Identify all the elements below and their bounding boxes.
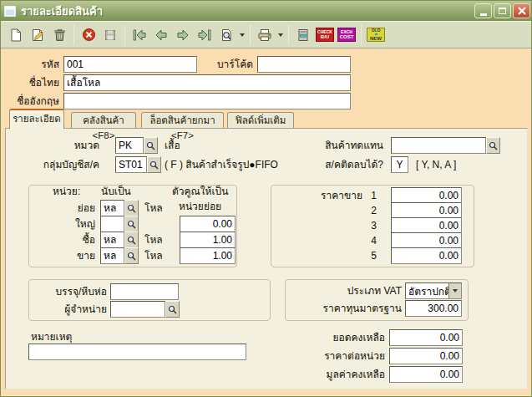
negative-stock-hint: [ Y, N, A ] — [416, 156, 456, 173]
minimize-button[interactable] — [474, 3, 492, 18]
maximize-button[interactable] — [494, 3, 511, 18]
substitute-lookup-button[interactable] — [486, 137, 500, 154]
thai-name-input[interactable]: เสื้อโหล — [63, 74, 351, 91]
category-lookup-button[interactable] — [144, 137, 158, 154]
sell-price-no-1: 1 — [365, 187, 377, 204]
note-input[interactable] — [28, 344, 246, 360]
preview-dropdown-button[interactable] — [237, 24, 246, 46]
units-col-count: นับเป็น — [101, 185, 131, 198]
units-col-multiplier-2: หน่วยย่อย — [179, 200, 221, 213]
stock-value-input[interactable]: 0.00 — [389, 366, 463, 383]
unit-buy-lookup-button[interactable] — [124, 232, 139, 248]
window-icon — [4, 6, 16, 17]
last-record-button[interactable] — [194, 24, 215, 46]
negative-stock-input[interactable]: Y — [391, 156, 408, 173]
account-group-input[interactable]: ST01 — [115, 156, 147, 173]
chevron-down-icon — [240, 33, 245, 37]
close-button[interactable] — [513, 3, 530, 18]
titlebar: รายละเอียดสินค้า — [1, 1, 532, 21]
edit-button[interactable] — [27, 24, 48, 46]
sell-price-label: ราคาขาย — [276, 187, 362, 204]
chevron-down-icon — [278, 33, 283, 37]
sell-price-5-input[interactable]: 0.00 — [391, 247, 462, 264]
sell-price-3-input[interactable]: 0.00 — [391, 217, 462, 234]
save-icon — [104, 28, 117, 42]
exch-cost-button[interactable]: EXCH COST — [336, 24, 357, 46]
supplier-lookup-button[interactable] — [165, 301, 180, 318]
balance-input[interactable]: 0.00 — [389, 329, 463, 346]
check-bu-button[interactable]: CHECK B/U — [314, 24, 336, 46]
new-button[interactable] — [5, 24, 27, 46]
delete-button[interactable] — [48, 24, 70, 46]
vat-type-combobox[interactable]: อัตราปกติ — [405, 282, 462, 299]
tab-lot-brought-forward[interactable]: ล็อตสินค้ายกมา <F7> — [141, 112, 224, 128]
stock-value-label: มูลค่าคงเหลือ — [285, 366, 385, 383]
substitute-input[interactable] — [391, 137, 486, 154]
register-button[interactable] — [292, 24, 314, 46]
last-record-icon — [197, 28, 212, 42]
product-detail-window: รายละเอียดสินค้า — [0, 0, 532, 397]
preview-button[interactable] — [215, 24, 237, 46]
unit-sell-label: ขาย — [49, 247, 95, 264]
unit-big-lookup-button[interactable] — [124, 216, 139, 232]
sell-price-4-input[interactable]: 0.00 — [391, 232, 462, 249]
magnifier-icon — [168, 305, 177, 314]
tab-extra-fields[interactable]: ฟิลด์เพิ่มเติม — [227, 112, 294, 128]
thai-name-label: ชื่อไทย — [8, 74, 59, 91]
sell-price-1-input[interactable]: 0.00 — [391, 187, 462, 204]
substitute-label: สินค้าทดแทน — [285, 137, 383, 154]
standard-cost-input[interactable]: 300.00 — [405, 300, 462, 317]
unit-sub-input[interactable]: หล — [100, 200, 124, 216]
note-label: หมายเหตุ — [31, 328, 72, 345]
code-label: รหัส — [8, 56, 59, 73]
cancel-icon — [82, 28, 96, 42]
maximize-icon — [499, 8, 506, 14]
sell-price-2-input[interactable]: 0.00 — [391, 202, 462, 219]
unit-sell-multiplier-input[interactable]: 1.00 — [180, 247, 236, 264]
unit-sell-lookup-button[interactable] — [124, 247, 139, 264]
magnifier-icon — [146, 141, 155, 150]
print-dropdown-button[interactable] — [276, 24, 285, 46]
unit-price-label: ราคาต่อหน่วย — [285, 348, 385, 364]
category-input[interactable]: PK — [115, 137, 144, 154]
unit-price-input[interactable]: 0.00 — [389, 348, 463, 364]
packing-input[interactable] — [110, 283, 179, 300]
previous-record-button[interactable] — [150, 24, 172, 46]
tab-details[interactable]: รายละเอียด — [9, 109, 64, 129]
toolbar-separator — [361, 25, 362, 45]
print-button[interactable] — [254, 24, 276, 46]
save-button[interactable] — [99, 24, 121, 46]
barcode-input[interactable] — [257, 56, 351, 73]
units-col-unit: หน่วย: — [53, 185, 80, 198]
standard-cost-label: ราคาทุนมาตรฐาน — [285, 300, 402, 317]
cancel-button[interactable] — [78, 24, 99, 46]
unit-sub-lookup-button[interactable] — [124, 200, 139, 216]
supplier-input[interactable] — [110, 301, 165, 318]
sell-price-no-2: 2 — [365, 202, 377, 219]
unit-buy-input[interactable]: หล — [100, 232, 124, 248]
magnifier-icon — [127, 220, 136, 229]
next-record-button[interactable] — [172, 24, 194, 46]
account-group-lookup-button[interactable] — [147, 156, 161, 173]
unit-buy-name: โหล — [144, 232, 163, 248]
code-input[interactable]: 001 — [63, 56, 197, 73]
vat-type-value: อัตราปกติ — [406, 283, 448, 299]
first-record-button[interactable] — [129, 24, 150, 46]
unit-big-input[interactable] — [100, 216, 124, 232]
sell-price-no-4: 4 — [365, 232, 377, 249]
english-name-input[interactable] — [63, 93, 351, 109]
old-new-button[interactable]: OLD NEW — [365, 24, 387, 46]
category-label: หมวด — [24, 137, 99, 154]
tab-warehouse[interactable]: คลังสินค้า <F8> — [71, 112, 136, 128]
sell-price-no-5: 5 — [365, 247, 377, 264]
combo-dropdown-button[interactable] — [448, 283, 461, 298]
unit-big-multiplier-input[interactable]: 0.00 — [180, 216, 236, 232]
old-new-icon: OLD NEW — [367, 28, 385, 42]
trash-icon — [53, 28, 66, 42]
unit-sell-input[interactable]: หล — [100, 247, 124, 264]
unit-sub-name: โหล — [144, 200, 163, 216]
balance-label: ยอดคงเหลือ — [285, 329, 385, 346]
edit-icon — [31, 28, 44, 42]
unit-buy-multiplier-input[interactable]: 1.00 — [180, 232, 236, 248]
close-icon — [518, 7, 526, 15]
